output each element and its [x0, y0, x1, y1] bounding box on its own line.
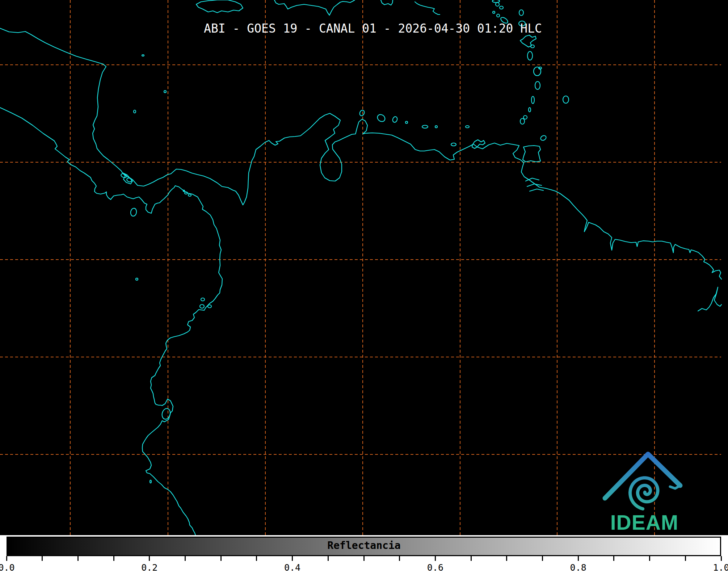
colorbar-tick: [506, 556, 507, 561]
mountain-tail-icon: [670, 486, 680, 488]
colorbar-tick: [649, 556, 650, 561]
colorbar-tick: [328, 556, 329, 561]
colorbar-tick-label: 0.4: [278, 562, 307, 571]
colorbar-tick-label: 0.2: [135, 562, 164, 571]
colorbar-tick: [185, 556, 186, 561]
colorbar-tick: [77, 556, 79, 561]
colorbar-tick: [613, 556, 614, 561]
map-canvas: ABI - GOES 19 - CANAL 01 - 2026-04-30 01…: [0, 0, 728, 571]
colorbar-tick: [292, 556, 293, 561]
colorbar-tick: [149, 556, 150, 561]
colorbar-band: Reflectancia 0.00.20.40.60.81.0: [0, 535, 728, 571]
colorbar-tick: [721, 556, 722, 561]
page-title: ABI - GOES 19 - CANAL 01 - 2026-04-30 01…: [204, 21, 542, 35]
colorbar-tick: [256, 556, 257, 561]
colorbar-tick-label: 0.6: [421, 562, 450, 571]
colorbar-tick: [363, 556, 365, 561]
colorbar-tick: [220, 556, 222, 561]
latlon-gridlines: [0, 0, 721, 535]
colorbar-tick-label: 0.0: [0, 562, 21, 571]
colorbar-tick: [435, 556, 436, 561]
coastlines: [0, 0, 721, 535]
mountain-icon: [605, 454, 680, 498]
colorbar-tick-label: 0.8: [564, 562, 593, 571]
colorbar-title: Reflectancia: [0, 539, 728, 551]
colorbar-tick-label: 1.0: [707, 562, 728, 571]
colorbar-tick: [42, 556, 43, 561]
colorbar-tick: [542, 556, 543, 561]
colorbar-tick: [685, 556, 686, 561]
colorbar-tick: [578, 556, 579, 561]
colorbar-tick: [113, 556, 114, 561]
colorbar-tick: [6, 556, 7, 561]
ideam-logo-text: IDEAM: [610, 511, 679, 534]
ideam-logo: IDEAM: [605, 454, 680, 534]
satellite-image-product: ABI - GOES 19 - CANAL 01 - 2026-04-30 01…: [0, 0, 728, 571]
colorbar-tick: [471, 556, 472, 561]
hurricane-spiral-icon: [630, 478, 658, 509]
colorbar-tick: [399, 556, 400, 561]
